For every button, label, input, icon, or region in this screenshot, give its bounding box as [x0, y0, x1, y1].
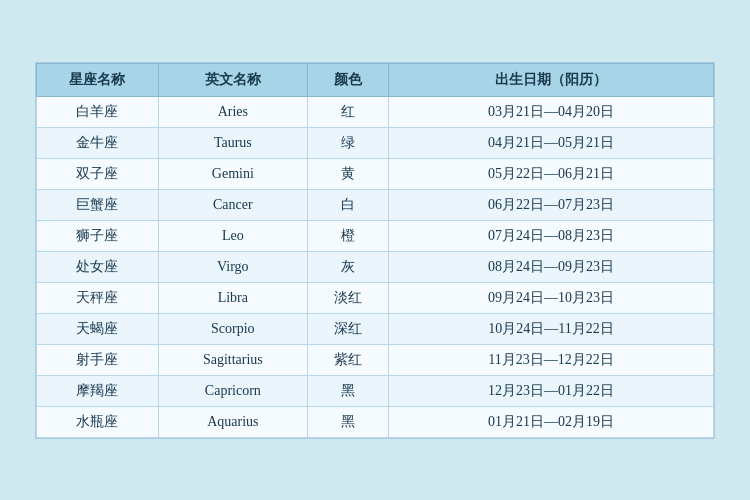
cell-color: 紫红: [307, 344, 388, 375]
cell-chinese: 巨蟹座: [37, 189, 159, 220]
zodiac-table-container: 星座名称 英文名称 颜色 出生日期（阳历） 白羊座Aries红03月21日—04…: [35, 62, 715, 439]
cell-english: Aries: [158, 96, 307, 127]
cell-color: 黑: [307, 375, 388, 406]
cell-chinese: 水瓶座: [37, 406, 159, 437]
cell-color: 淡红: [307, 282, 388, 313]
cell-chinese: 摩羯座: [37, 375, 159, 406]
cell-date: 10月24日—11月22日: [389, 313, 714, 344]
cell-chinese: 双子座: [37, 158, 159, 189]
header-english: 英文名称: [158, 63, 307, 96]
cell-date: 06月22日—07月23日: [389, 189, 714, 220]
cell-color: 白: [307, 189, 388, 220]
table-row: 狮子座Leo橙07月24日—08月23日: [37, 220, 714, 251]
header-date: 出生日期（阳历）: [389, 63, 714, 96]
cell-english: Virgo: [158, 251, 307, 282]
table-row: 水瓶座Aquarius黑01月21日—02月19日: [37, 406, 714, 437]
cell-date: 07月24日—08月23日: [389, 220, 714, 251]
table-row: 摩羯座Capricorn黑12月23日—01月22日: [37, 375, 714, 406]
zodiac-table: 星座名称 英文名称 颜色 出生日期（阳历） 白羊座Aries红03月21日—04…: [36, 63, 714, 438]
cell-chinese: 金牛座: [37, 127, 159, 158]
table-row: 处女座Virgo灰08月24日—09月23日: [37, 251, 714, 282]
cell-english: Leo: [158, 220, 307, 251]
cell-color: 灰: [307, 251, 388, 282]
cell-chinese: 天秤座: [37, 282, 159, 313]
cell-date: 12月23日—01月22日: [389, 375, 714, 406]
cell-color: 橙: [307, 220, 388, 251]
cell-color: 黑: [307, 406, 388, 437]
cell-english: Scorpio: [158, 313, 307, 344]
table-row: 白羊座Aries红03月21日—04月20日: [37, 96, 714, 127]
cell-date: 11月23日—12月22日: [389, 344, 714, 375]
cell-date: 09月24日—10月23日: [389, 282, 714, 313]
table-header-row: 星座名称 英文名称 颜色 出生日期（阳历）: [37, 63, 714, 96]
table-row: 双子座Gemini黄05月22日—06月21日: [37, 158, 714, 189]
cell-date: 08月24日—09月23日: [389, 251, 714, 282]
cell-date: 04月21日—05月21日: [389, 127, 714, 158]
cell-english: Cancer: [158, 189, 307, 220]
cell-chinese: 白羊座: [37, 96, 159, 127]
cell-date: 05月22日—06月21日: [389, 158, 714, 189]
cell-english: Sagittarius: [158, 344, 307, 375]
cell-english: Capricorn: [158, 375, 307, 406]
cell-date: 03月21日—04月20日: [389, 96, 714, 127]
cell-chinese: 射手座: [37, 344, 159, 375]
cell-english: Aquarius: [158, 406, 307, 437]
cell-chinese: 狮子座: [37, 220, 159, 251]
header-chinese: 星座名称: [37, 63, 159, 96]
cell-color: 深红: [307, 313, 388, 344]
table-row: 天秤座Libra淡红09月24日—10月23日: [37, 282, 714, 313]
table-row: 天蝎座Scorpio深红10月24日—11月22日: [37, 313, 714, 344]
cell-english: Libra: [158, 282, 307, 313]
cell-english: Gemini: [158, 158, 307, 189]
header-color: 颜色: [307, 63, 388, 96]
cell-chinese: 处女座: [37, 251, 159, 282]
cell-chinese: 天蝎座: [37, 313, 159, 344]
cell-english: Taurus: [158, 127, 307, 158]
table-row: 金牛座Taurus绿04月21日—05月21日: [37, 127, 714, 158]
cell-color: 黄: [307, 158, 388, 189]
table-row: 巨蟹座Cancer白06月22日—07月23日: [37, 189, 714, 220]
cell-color: 绿: [307, 127, 388, 158]
cell-date: 01月21日—02月19日: [389, 406, 714, 437]
table-row: 射手座Sagittarius紫红11月23日—12月22日: [37, 344, 714, 375]
cell-color: 红: [307, 96, 388, 127]
